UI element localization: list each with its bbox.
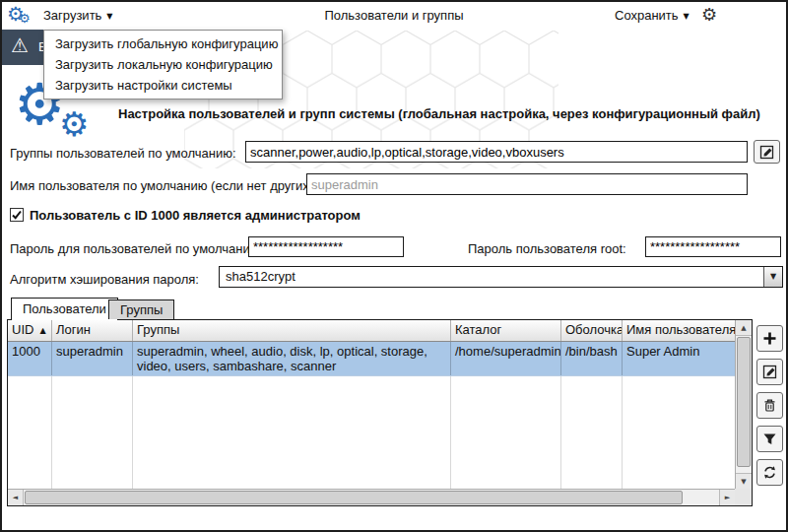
scroll-up-icon[interactable]: ▲	[736, 320, 752, 336]
default-groups-input[interactable]	[245, 141, 748, 163]
menu-item-load-global-config[interactable]: Загрузить глобальную конфигурацию	[44, 33, 282, 54]
default-password-label: Пароль для пользователей по умолчанию:	[10, 241, 263, 256]
edit-user-button[interactable]	[756, 359, 783, 385]
column-header-groups[interactable]: Группы	[133, 320, 451, 341]
window-maximize-button[interactable]	[754, 2, 769, 30]
table-row-selected[interactable]: 1000 superadmin superadmin, wheel, audio…	[8, 342, 735, 376]
root-password-label: Пароль пользователя root:	[468, 241, 626, 256]
settings-gear-icon[interactable]: ⚙	[701, 4, 717, 26]
table-header: UID▲ Логин Группы Каталог Оболочка Имя п…	[8, 320, 735, 342]
save-menu-button[interactable]: Сохранить▼	[615, 2, 690, 30]
refresh-button[interactable]	[756, 459, 783, 486]
admin-id1000-checkbox[interactable]	[10, 208, 24, 222]
chevron-down-icon: ▼	[106, 12, 112, 21]
scroll-left-icon[interactable]: ◄	[8, 490, 24, 505]
horizontal-scrollbar[interactable]: ◄ ►	[8, 489, 735, 505]
cell-home: /home/superadmin	[451, 342, 561, 375]
admin-id1000-label: Пользователь с ID 1000 является админист…	[30, 208, 361, 223]
horizontal-scrollbar-thumb[interactable]	[25, 491, 683, 504]
trash-icon	[762, 398, 777, 413]
column-header-uid-label: UID	[12, 322, 33, 337]
vertical-scrollbar-thumb[interactable]	[737, 337, 751, 467]
tab-users[interactable]: Пользователи	[11, 298, 118, 320]
titlebar: ⚙ ⚙ Загрузить▼ Пользователи и группы Сох…	[2, 2, 786, 30]
default-password-input[interactable]	[248, 236, 404, 257]
add-user-button[interactable]	[756, 325, 783, 352]
users-table: UID▲ Логин Группы Каталог Оболочка Имя п…	[7, 319, 753, 506]
warning-icon: ⚠	[11, 33, 29, 57]
plus-icon	[762, 331, 777, 346]
hash-algorithm-value: sha512crypt	[226, 267, 296, 287]
combo-dropdown-icon[interactable]: ▼	[763, 267, 782, 287]
column-header-uid[interactable]: UID▲	[8, 320, 52, 341]
cell-login: superadmin	[52, 342, 133, 375]
load-dropdown-menu: Загрузить глобальную конфигурацию Загруз…	[43, 30, 283, 100]
menu-item-load-local-config[interactable]: Загрузить локальную конфигурацию	[44, 54, 282, 75]
edit-pencil-icon	[759, 145, 774, 160]
column-header-name[interactable]: Имя пользователя	[623, 320, 735, 341]
filter-button[interactable]	[756, 426, 783, 452]
load-menu-label: Загрузить	[43, 8, 101, 23]
load-menu-button[interactable]: Загрузить▼	[43, 2, 113, 30]
chevron-down-icon: ▼	[684, 12, 690, 21]
cell-uid: 1000	[8, 342, 52, 375]
column-separator	[450, 376, 451, 489]
hash-algorithm-select[interactable]: sha512crypt ▼	[219, 266, 783, 288]
column-header-shell[interactable]: Оболочка	[561, 320, 623, 341]
scroll-down-icon[interactable]: ▼	[736, 473, 752, 489]
window-close-button[interactable]: ×	[770, 2, 786, 30]
default-groups-label: Группы пользователей по умолчанию:	[10, 146, 236, 161]
menu-item-load-system-settings[interactable]: Загрузить настройки системы	[44, 75, 282, 96]
cell-shell: /bin/bash	[561, 342, 623, 375]
default-username-label: Имя пользователя по умолчанию (если нет …	[10, 178, 317, 193]
cell-groups: superadmin, wheel, audio, disk, lp, opti…	[133, 342, 451, 375]
sort-ascending-icon: ▲	[39, 326, 45, 335]
edit-groups-button[interactable]	[754, 140, 780, 164]
column-separator	[622, 376, 623, 489]
filter-funnel-icon	[762, 432, 777, 446]
scrollbar-corner	[735, 489, 752, 505]
content-gear-small-icon: ⚙	[59, 106, 89, 142]
checkmark-icon	[11, 209, 23, 221]
section-title: Настройка пользователей и групп системы …	[118, 106, 784, 121]
save-menu-label: Сохранить	[615, 8, 679, 23]
column-header-login[interactable]: Логин	[52, 320, 133, 341]
delete-user-button[interactable]	[756, 392, 783, 419]
column-separator	[560, 376, 561, 489]
root-password-input[interactable]	[645, 236, 781, 257]
page-title: Пользователи и группы	[324, 2, 463, 30]
column-separator	[132, 376, 133, 489]
tab-groups[interactable]: Группы	[108, 299, 174, 319]
scroll-right-icon[interactable]: ►	[719, 490, 735, 505]
edit-pencil-icon	[762, 365, 777, 379]
app-window: ⚙ ⚙ Загрузить▼ Пользователи и группы Сох…	[0, 0, 788, 532]
cell-name: Super Admin	[623, 342, 735, 375]
window-minimize-button[interactable]	[737, 2, 753, 30]
column-separator	[51, 376, 52, 489]
default-username-input[interactable]	[306, 173, 748, 195]
vertical-scrollbar[interactable]: ▲ ▼	[735, 320, 752, 489]
column-header-home[interactable]: Каталог	[451, 320, 561, 341]
hash-algorithm-label: Алгоритм хэширования пароля:	[10, 272, 199, 287]
refresh-icon	[762, 465, 777, 480]
app-logo-gear-small-icon: ⚙	[19, 12, 31, 26]
